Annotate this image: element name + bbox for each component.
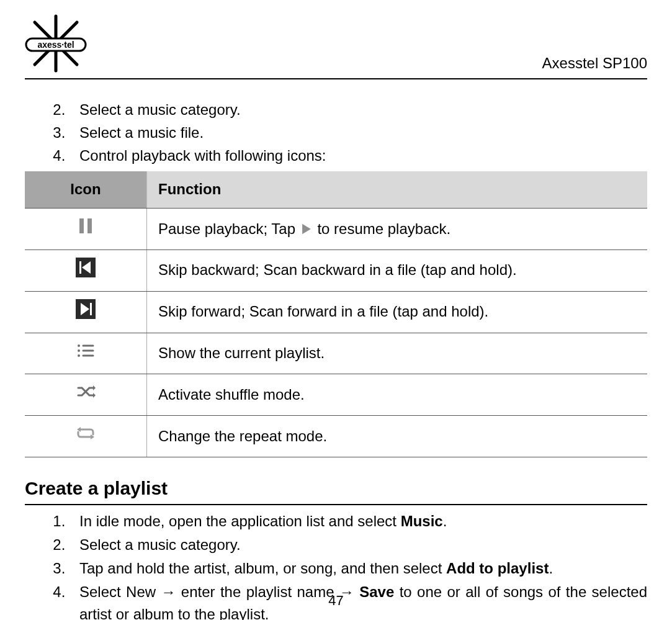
icon-cell (25, 249, 147, 291)
table-row: Activate shuffle mode. (25, 374, 647, 416)
icon-cell (25, 291, 147, 333)
list-item: Select a music category. (69, 534, 647, 556)
list-item: Control playback with following icons: (69, 145, 647, 167)
table-row: Pause playback; Tap to resume playback. (25, 209, 647, 250)
pause-icon (76, 216, 96, 236)
icon-cell (25, 333, 147, 374)
numbered-list-1: Select a music category.Select a music f… (25, 99, 647, 166)
table-row: Skip forward; Scan forward in a file (ta… (25, 291, 647, 333)
page-number: 47 (0, 593, 672, 609)
icon-function-table: Icon Function Pause playback; Tap to res… (25, 171, 647, 457)
next-icon (76, 299, 96, 319)
list-item: Select a music file. (69, 122, 647, 144)
function-cell: Activate shuffle mode. (147, 374, 648, 416)
icon-cell (25, 416, 147, 457)
section-title-create-playlist: Create a playlist (25, 475, 647, 502)
shuffle-icon (76, 382, 96, 402)
bold-text: Music (401, 513, 443, 529)
table-row: Show the current playlist. (25, 333, 647, 374)
brand-logo: axess·tel (25, 12, 87, 74)
table-row: Change the repeat mode. (25, 416, 647, 457)
table-header-icon: Icon (25, 171, 147, 208)
list-item: In idle mode, open the application list … (69, 510, 647, 532)
section-rule (25, 504, 647, 505)
playlist-icon (76, 341, 96, 361)
prev-icon (76, 258, 96, 277)
table-row: Skip backward; Scan backward in a file (… (25, 249, 647, 291)
brand-logo-text: axess·tel (37, 40, 74, 50)
function-cell: Show the current playlist. (147, 333, 648, 374)
repeat-icon (76, 423, 96, 443)
function-cell: Change the repeat mode. (147, 416, 648, 457)
list-item: Select a music category. (69, 99, 647, 121)
function-cell: Skip backward; Scan backward in a file (… (147, 249, 648, 291)
function-cell: Pause playback; Tap to resume playback. (147, 209, 648, 250)
page-header: axess·tel Axesstel SP100 (25, 0, 647, 78)
header-rule (25, 78, 647, 79)
table-header-function: Function (147, 171, 648, 208)
play-inline-icon (300, 218, 313, 232)
model-label: Axesstel SP100 (542, 55, 647, 74)
list-item: Tap and hold the artist, album, or song,… (69, 557, 647, 580)
bold-text: Add to playlist (446, 560, 549, 577)
body: Select a music category.Select a music f… (25, 99, 647, 620)
icon-cell (25, 374, 147, 416)
function-cell: Skip forward; Scan forward in a file (ta… (147, 291, 648, 333)
icon-cell (25, 209, 147, 250)
